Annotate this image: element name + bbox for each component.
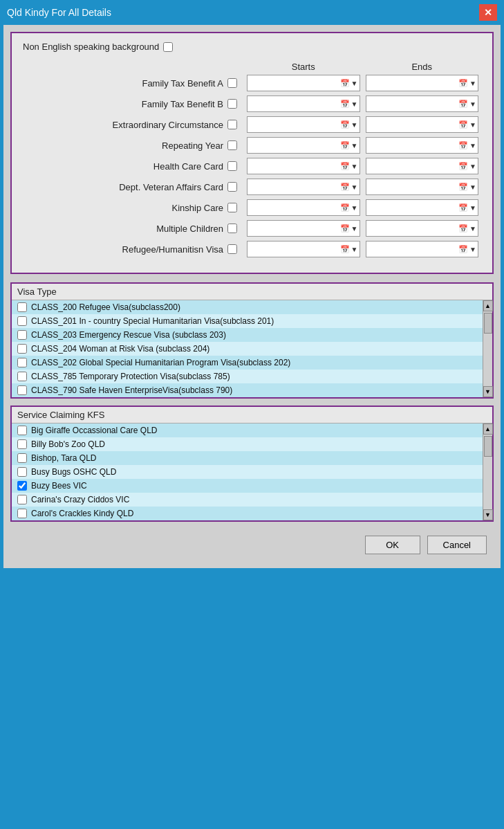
list-item[interactable]: Bishop, Tara QLD (12, 451, 483, 465)
checkbox-family-tax-b[interactable] (227, 99, 237, 109)
service-checkbox-0[interactable] (17, 426, 27, 435)
form-row-extraordinary: Extraordinary Circumstance 📅 ▼ 📅 ▼ (23, 116, 481, 133)
visa-scroll-thumb[interactable] (484, 313, 492, 334)
form-row-refugee-visa: Refugee/Humanitisn Visa 📅 ▼ 📅 ▼ (23, 241, 481, 257)
list-item[interactable]: Buzy Bees VIC (12, 479, 483, 493)
label-extraordinary: Extraordinary Circumstance (23, 120, 244, 130)
form-row-family-tax-a: Family Tax Benefit A 📅 ▼ 📅 ▼ (23, 75, 481, 91)
label-family-tax-a: Family Tax Benefit A (23, 78, 244, 89)
cal-icon-starts-family-tax-a: 📅 (339, 78, 351, 89)
service-checkbox-4[interactable] (17, 481, 27, 491)
checkbox-multiple-children[interactable] (227, 224, 237, 233)
checkbox-extraordinary[interactable] (227, 120, 237, 129)
starts-picker-family-tax-b[interactable]: 📅 ▼ (247, 95, 360, 112)
visa-checkbox-4[interactable] (17, 358, 27, 367)
cal-icon-starts-repeating-year: 📅 (339, 140, 351, 151)
checkbox-refugee-visa[interactable] (227, 244, 237, 254)
ends-picker-multiple-children[interactable]: 📅 ▼ (366, 220, 479, 237)
visa-type-title: Visa Type (17, 286, 57, 297)
visa-checkbox-3[interactable] (17, 344, 27, 354)
starts-picker-family-tax-a[interactable]: 📅 ▼ (247, 75, 360, 91)
starts-header: Starts (244, 62, 363, 72)
list-item[interactable]: CLASS_204 Woman at Risk Visa (subclass 2… (12, 342, 483, 356)
cal-icon-ends-health-care: 📅 (458, 161, 469, 172)
form-row-multiple-children: Multiple Children 📅 ▼ 📅 ▼ (23, 220, 481, 237)
checkbox-health-care[interactable] (227, 161, 237, 171)
starts-picker-extraordinary[interactable]: 📅 ▼ (247, 116, 360, 133)
service-checkbox-5[interactable] (17, 495, 27, 504)
starts-picker-repeating-year[interactable]: 📅 ▼ (247, 137, 360, 154)
cal-icon-ends-extraordinary: 📅 (458, 119, 469, 130)
starts-picker-multiple-children[interactable]: 📅 ▼ (247, 220, 360, 237)
cal-icon-ends-multiple-children: 📅 (458, 223, 469, 234)
list-item[interactable]: Big Giraffe Occassional Care QLD (12, 423, 483, 437)
checkbox-repeating-year[interactable] (227, 140, 237, 150)
list-item[interactable]: CLASS_790 Safe Haven EnterpriseVisa(subc… (12, 383, 483, 397)
service-scroll-down[interactable]: ▼ (483, 509, 493, 520)
list-item[interactable]: Carol's Crackles Kindy QLD (12, 507, 483, 520)
list-item[interactable]: CLASS_203 Emergency Rescue Visa (subclas… (12, 328, 483, 342)
ends-picker-repeating-year[interactable]: 📅 ▼ (366, 137, 479, 154)
form-row-kinship-care: Kinship Care 📅 ▼ 📅 ▼ (23, 199, 481, 216)
starts-picker-refugee-visa[interactable]: 📅 ▼ (247, 241, 360, 257)
label-kinship-care: Kinship Care (23, 203, 244, 213)
list-item[interactable]: Billy Bob's Zoo QLD (12, 437, 483, 451)
cal-icon-ends-refugee-visa: 📅 (458, 244, 469, 255)
list-item[interactable]: CLASS_785 Temporary Protection Visa(subc… (12, 370, 483, 383)
starts-picker-kinship-care[interactable]: 📅 ▼ (247, 199, 360, 216)
cal-icon-starts-kinship-care: 📅 (339, 202, 351, 213)
visa-checkbox-1[interactable] (17, 316, 27, 326)
cal-icon-ends-repeating-year: 📅 (458, 140, 469, 151)
service-checkbox-6[interactable] (17, 509, 27, 518)
list-item[interactable]: Busy Bugs OSHC QLD (12, 465, 483, 479)
cal-icon-starts-family-tax-b: 📅 (339, 98, 351, 109)
checkbox-veteran-affairs[interactable] (227, 182, 237, 192)
form-row-veteran-affairs: Dept. Veteran Affairs Card 📅 ▼ 📅 ▼ (23, 179, 481, 195)
ends-picker-health-care[interactable]: 📅 ▼ (366, 158, 479, 174)
form-row-health-care: Health Care Card 📅 ▼ 📅 ▼ (23, 158, 481, 174)
checkbox-kinship-care[interactable] (227, 203, 237, 212)
cal-icon-ends-kinship-care: 📅 (458, 202, 469, 213)
visa-scroll-up[interactable]: ▲ (483, 300, 493, 311)
service-checkbox-3[interactable] (17, 467, 27, 477)
close-button[interactable]: ✕ (479, 4, 497, 21)
service-checkbox-2[interactable] (17, 453, 27, 463)
ends-picker-extraordinary[interactable]: 📅 ▼ (366, 116, 479, 133)
list-item[interactable]: CLASS_201 In - country Special Humanitar… (12, 314, 483, 328)
ends-header: Ends (363, 62, 482, 72)
cal-icon-ends-family-tax-a: 📅 (458, 78, 469, 89)
visa-scroll-down[interactable]: ▼ (483, 386, 493, 397)
cal-icon-ends-family-tax-b: 📅 (458, 98, 469, 109)
label-refugee-visa: Refugee/Humanitisn Visa (23, 244, 244, 255)
ends-picker-family-tax-a[interactable]: 📅 ▼ (366, 75, 479, 91)
cal-icon-starts-refugee-visa: 📅 (339, 244, 351, 255)
list-item[interactable]: CLASS_202 Global Special Humanitarian Pr… (12, 356, 483, 370)
non-english-checkbox[interactable] (163, 42, 173, 52)
visa-checkbox-0[interactable] (17, 302, 27, 312)
form-row-repeating-year: Repeating Year 📅 ▼ 📅 ▼ (23, 137, 481, 154)
visa-checkbox-2[interactable] (17, 330, 27, 340)
list-item[interactable]: Carina's Crazy Ciddos VIC (12, 493, 483, 507)
starts-picker-veteran-affairs[interactable]: 📅 ▼ (247, 179, 360, 195)
service-scroll-up[interactable]: ▲ (483, 423, 493, 435)
label-health-care: Health Care Card (23, 161, 244, 172)
visa-checkbox-6[interactable] (17, 385, 27, 395)
ends-picker-refugee-visa[interactable]: 📅 ▼ (366, 241, 479, 257)
form-row-family-tax-b: Family Tax Benefit B 📅 ▼ 📅 ▼ (23, 95, 481, 112)
service-scroll-thumb[interactable] (484, 436, 492, 457)
service-checkbox-1[interactable] (17, 439, 27, 449)
label-family-tax-b: Family Tax Benefit B (23, 99, 244, 109)
ok-button[interactable]: OK (365, 536, 420, 554)
cal-icon-starts-veteran-affairs: 📅 (339, 181, 351, 192)
list-item[interactable]: CLASS_200 Refugee Visa(subclass200) (12, 300, 483, 314)
cancel-button[interactable]: Cancel (427, 536, 487, 554)
starts-picker-health-care[interactable]: 📅 ▼ (247, 158, 360, 174)
visa-checkbox-5[interactable] (17, 372, 27, 381)
cal-icon-starts-multiple-children: 📅 (339, 223, 351, 234)
title-bar-text: Qld Kindy For All Details (7, 7, 111, 18)
cal-icon-starts-extraordinary: 📅 (339, 119, 351, 130)
ends-picker-kinship-care[interactable]: 📅 ▼ (366, 199, 479, 216)
ends-picker-veteran-affairs[interactable]: 📅 ▼ (366, 179, 479, 195)
checkbox-family-tax-a[interactable] (227, 78, 237, 88)
ends-picker-family-tax-b[interactable]: 📅 ▼ (366, 95, 479, 112)
